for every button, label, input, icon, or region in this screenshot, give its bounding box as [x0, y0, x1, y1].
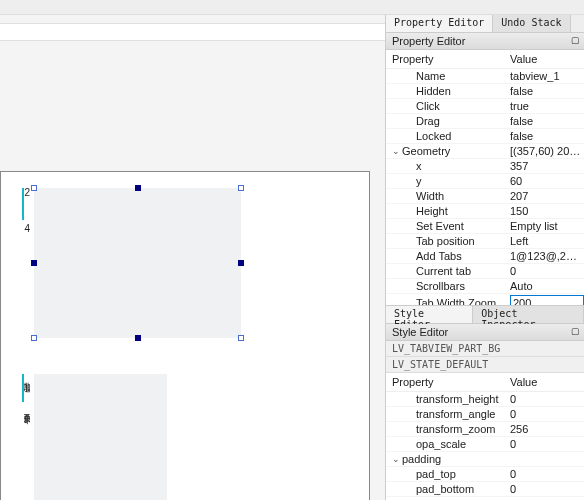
col-value: Value: [510, 376, 537, 388]
resize-handle-se[interactable]: [238, 335, 244, 341]
pin-icon[interactable]: ▢: [571, 326, 580, 336]
style-editor-title: Style Editor▢: [386, 324, 584, 341]
col-value: Value: [510, 53, 537, 65]
resize-handle-e[interactable]: [238, 260, 244, 266]
style-rows: transform_height0 transform_angle0 trans…: [386, 392, 584, 500]
prop-x[interactable]: x357: [386, 159, 584, 174]
chevron-down-icon[interactable]: ⌄: [392, 146, 402, 156]
style-pad-bottom[interactable]: pad_bottom0: [386, 482, 584, 497]
style-transform-height[interactable]: transform_height0: [386, 392, 584, 407]
prop-width[interactable]: Width207: [386, 189, 584, 204]
tab-1[interactable]: 123: [22, 188, 30, 220]
property-rows: Nametabview_1 Hiddenfalse Clicktrue Drag…: [386, 69, 584, 305]
tab-2[interactable]: 345: [22, 224, 30, 256]
style-part-selector[interactable]: LV_TABVIEW_PART_BG: [386, 341, 584, 357]
style-editor-panel: Style Editor Object Inspector Style Edit…: [386, 305, 584, 500]
property-columns: Property Value: [386, 50, 584, 69]
canvas-viewport[interactable]: 123 345 咖啡 原子弹: [0, 171, 370, 500]
style-opa-scale[interactable]: opa_scale0: [386, 437, 584, 452]
resize-handle-w[interactable]: [31, 260, 37, 266]
pin-icon[interactable]: ▢: [571, 35, 580, 45]
col-property: Property: [392, 53, 510, 65]
property-panel-tabs: Property Editor Undo Stack: [386, 15, 584, 33]
tab-1-label-a: 12: [22, 188, 30, 198]
style-transform-angle[interactable]: transform_angle0: [386, 407, 584, 422]
resize-handle-s[interactable]: [135, 335, 141, 341]
app-toolbar: [0, 0, 584, 15]
style-pad-top[interactable]: pad_top0: [386, 467, 584, 482]
style-columns: Property Value: [386, 373, 584, 392]
tab-cn-1-label: 咖啡: [22, 374, 30, 402]
prop-geometry[interactable]: ⌄Geometry[(357,60) 207x150]: [386, 144, 584, 159]
prop-current-tab[interactable]: Current tab0: [386, 264, 584, 279]
tab-undo-stack[interactable]: Undo Stack: [493, 15, 570, 32]
canvas-area: 123 345 咖啡 原子弹: [0, 15, 385, 500]
resize-handle-sw[interactable]: [31, 335, 37, 341]
resize-handle-n[interactable]: [135, 185, 141, 191]
prop-set-event[interactable]: Set EventEmpty list: [386, 219, 584, 234]
tab-strip-2: 咖啡 原子弹: [22, 374, 34, 500]
tab-2-label-a: 34: [22, 224, 30, 234]
property-editor-title: Property Editor▢: [386, 33, 584, 50]
prop-drag[interactable]: Dragfalse: [386, 114, 584, 129]
style-state-selector[interactable]: LV_STATE_DEFAULT: [386, 357, 584, 373]
resize-handle-nw[interactable]: [31, 185, 37, 191]
prop-name[interactable]: Nametabview_1: [386, 69, 584, 84]
prop-click[interactable]: Clicktrue: [386, 99, 584, 114]
tab-cn-2[interactable]: 原子弹: [22, 406, 30, 446]
col-property: Property: [392, 376, 510, 388]
tab-property-editor[interactable]: Property Editor: [386, 15, 493, 32]
tab-style-editor[interactable]: Style Editor: [386, 306, 473, 323]
prop-tab-width-zoom[interactable]: Tab Width Zoom: [386, 294, 584, 305]
prop-locked[interactable]: Lockedfalse: [386, 129, 584, 144]
prop-scrollbars[interactable]: ScrollbarsAuto: [386, 279, 584, 294]
prop-tab-position[interactable]: Tab positionLeft: [386, 234, 584, 249]
style-transform-zoom[interactable]: transform_zoom256: [386, 422, 584, 437]
style-padding[interactable]: ⌄padding: [386, 452, 584, 467]
chevron-down-icon[interactable]: ⌄: [392, 454, 402, 464]
prop-height[interactable]: Height150: [386, 204, 584, 219]
style-panel-tabs: Style Editor Object Inspector: [386, 306, 584, 324]
tab-cn-1[interactable]: 咖啡: [22, 374, 30, 402]
right-panels: Property Editor Undo Stack Property Edit…: [385, 15, 584, 500]
tabview-widget-selected[interactable]: 123 345: [34, 188, 241, 338]
tab-object-inspector[interactable]: Object Inspector: [473, 306, 584, 323]
tab-cn-2-label: 原子弹: [22, 406, 30, 446]
tab-width-zoom-input[interactable]: [510, 295, 584, 305]
prop-hidden[interactable]: Hiddenfalse: [386, 84, 584, 99]
prop-y[interactable]: y60: [386, 174, 584, 189]
prop-add-tabs[interactable]: Add Tabs1@123@,2@345@: [386, 249, 584, 264]
resize-handle-ne[interactable]: [238, 185, 244, 191]
tabview-widget-2[interactable]: 咖啡 原子弹: [34, 374, 167, 500]
document-bar: [0, 23, 385, 41]
